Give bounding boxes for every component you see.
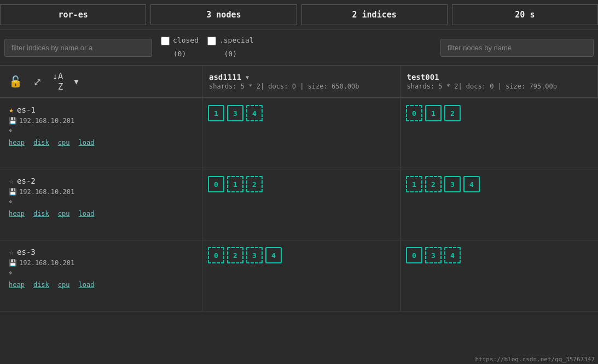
table-row: ☆ es-2 💾 192.168.10.201 ⌖ heapdiskcpuloa… [0, 169, 598, 240]
column-headers: 🔓 ⤢ ↓A Z ▼ asd1111 ▼ shards: 5 * 2| docs… [0, 66, 598, 98]
node-cell-es-2: ☆ es-2 💾 192.168.10.201 ⌖ heapdiskcpuloa… [0, 169, 202, 240]
shard-box[interactable]: 2 [425, 176, 442, 192]
shard-box[interactable]: 0 [406, 247, 422, 263]
closed-checkbox-group: closed (0) [161, 36, 199, 59]
ip-text: 192.168.10.201 [19, 259, 74, 267]
stat-cpu[interactable]: cpu [58, 281, 70, 289]
node-name-row: ☆ es-3 [9, 247, 193, 257]
node-stats: heapdiskcpuload [9, 210, 193, 218]
shard-box[interactable]: 1 [425, 105, 442, 121]
stat-heap[interactable]: heap [9, 210, 25, 218]
stat-heap[interactable]: heap [9, 281, 25, 289]
node-name: es-3 [17, 248, 36, 256]
lock-icon[interactable]: 🔓 [9, 75, 22, 88]
expand-icon[interactable]: ⤢ [33, 76, 42, 87]
shard-box[interactable]: 0 [208, 176, 224, 192]
node-ip: 💾 192.168.10.201 [9, 188, 193, 196]
tag-icon: ⌖ [9, 269, 13, 277]
special-count: (0) [224, 50, 237, 59]
stat-cpu[interactable]: cpu [58, 139, 70, 146]
shard-box[interactable]: 4 [444, 247, 461, 263]
closed-label: closed [173, 36, 199, 45]
index1-meta: shards: 5 * 2| docs: 0 | size: 650.00b [209, 83, 359, 90]
disk-icon: 💾 [9, 117, 17, 125]
node-stats: heapdiskcpuload [9, 281, 193, 289]
index1-column-header: asd1111 ▼ shards: 5 * 2| docs: 0 | size:… [202, 66, 400, 97]
stat-load[interactable]: load [79, 139, 95, 146]
special-checkbox-group: .special (0) [207, 36, 254, 59]
node-stats: heapdiskcpuload [9, 139, 193, 146]
stat-disk[interactable]: disk [33, 281, 49, 289]
table-row: ☆ es-3 💾 192.168.10.201 ⌖ heapdiskcpuloa… [0, 240, 598, 312]
main-content: 🔓 ⤢ ↓A Z ▼ asd1111 ▼ shards: 5 * 2| docs… [0, 66, 598, 364]
indices-count: 2 indices [301, 4, 448, 25]
shard-box[interactable]: 3 [425, 247, 442, 263]
filter-bar: closed (0) .special (0) [0, 30, 598, 66]
tag-icon: ⌖ [9, 198, 13, 206]
shard-box[interactable]: 4 [246, 105, 263, 121]
index-filter-input[interactable] [4, 39, 152, 57]
closed-checkbox[interactable] [161, 37, 170, 45]
ip-text: 192.168.10.201 [19, 188, 74, 196]
shards-index1-es-1: 134 [202, 98, 400, 169]
stat-load[interactable]: load [79, 210, 95, 218]
closed-count: (0) [173, 50, 186, 59]
shard-box[interactable]: 3 [444, 176, 461, 192]
shards-index2-es-1: 012 [400, 98, 598, 169]
url-bar: https://blog.csdn.net/qq_35767347 [472, 355, 598, 364]
table-row: ★ es-1 💾 192.168.10.201 ⌖ heapdiskcpuloa… [0, 98, 598, 169]
filter-down-icon[interactable]: ▼ [74, 77, 78, 86]
shard-box[interactable]: 1 [406, 176, 422, 192]
shard-box[interactable]: 2 [227, 247, 243, 263]
refresh-label: 20 s [452, 4, 598, 25]
node-ip: 💾 192.168.10.201 [9, 117, 193, 125]
shard-box[interactable]: 3 [246, 247, 263, 263]
shard-box[interactable]: 2 [246, 176, 263, 192]
shards-index2-es-3: 034 [400, 240, 598, 311]
stat-load[interactable]: load [79, 281, 95, 289]
top-bar: ror-es 3 nodes 2 indices 20 s [0, 0, 598, 30]
disk-icon: 💾 [9, 259, 17, 267]
node-ip: 💾 192.168.10.201 [9, 259, 193, 267]
sort-az-icon[interactable]: ↓A Z [53, 71, 63, 92]
stat-heap[interactable]: heap [9, 139, 25, 146]
data-rows: ★ es-1 💾 192.168.10.201 ⌖ heapdiskcpuloa… [0, 98, 598, 364]
star-icon[interactable]: ★ [9, 105, 14, 115]
node-tag-row: ⌖ [9, 127, 193, 134]
shard-box[interactable]: 4 [463, 176, 480, 192]
index1-dropdown-icon[interactable]: ▼ [246, 74, 249, 80]
star-icon[interactable]: ☆ [9, 176, 14, 186]
index1-name: asd1111 [209, 73, 241, 81]
shards-index1-es-2: 012 [202, 169, 400, 240]
shard-box[interactable]: 4 [265, 247, 282, 263]
special-label: .special [219, 36, 254, 45]
index2-name: test001 [407, 73, 439, 81]
nodes-count: 3 nodes [150, 4, 297, 25]
special-checkbox[interactable] [207, 37, 216, 45]
node-filter-input[interactable] [440, 39, 594, 57]
tag-icon: ⌖ [9, 127, 13, 134]
shard-box[interactable]: 1 [208, 105, 224, 121]
disk-icon: 💾 [9, 188, 17, 196]
node-name-row: ☆ es-2 [9, 176, 193, 186]
node-cell-es-1: ★ es-1 💾 192.168.10.201 ⌖ heapdiskcpuloa… [0, 98, 202, 169]
stat-cpu[interactable]: cpu [58, 210, 70, 218]
node-name-row: ★ es-1 [9, 105, 193, 115]
node-name: es-1 [17, 105, 36, 114]
shard-box[interactable]: 3 [227, 105, 243, 121]
node-tag-row: ⌖ [9, 269, 193, 277]
shard-box[interactable]: 0 [208, 247, 224, 263]
shards-index2-es-2: 1234 [400, 169, 598, 240]
node-cell-es-3: ☆ es-3 💾 192.168.10.201 ⌖ heapdiskcpuloa… [0, 240, 202, 311]
stat-disk[interactable]: disk [33, 210, 49, 218]
stat-disk[interactable]: disk [33, 139, 49, 146]
shard-box[interactable]: 2 [444, 105, 461, 121]
cluster-name: ror-es [0, 4, 146, 25]
shard-box[interactable]: 0 [406, 105, 422, 121]
ip-text: 192.168.10.201 [19, 117, 74, 125]
star-icon[interactable]: ☆ [9, 247, 14, 257]
shard-box[interactable]: 1 [227, 176, 243, 192]
node-tag-row: ⌖ [9, 198, 193, 206]
shards-index1-es-3: 0234 [202, 240, 400, 311]
index2-meta: shards: 5 * 2| docs: 0 | size: 795.00b [407, 83, 558, 90]
